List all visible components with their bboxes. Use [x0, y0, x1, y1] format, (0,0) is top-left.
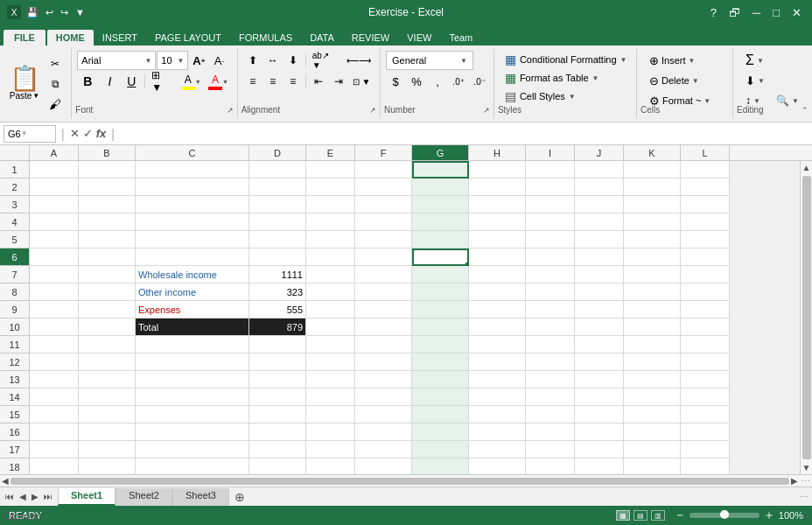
cell-d4[interactable]	[249, 214, 306, 231]
fill-color-button[interactable]: A ▼	[178, 72, 204, 91]
maximize-btn[interactable]: □	[769, 6, 783, 19]
cell-a6[interactable]	[30, 248, 79, 266]
col-header-e[interactable]: E	[306, 145, 355, 160]
format-as-table-dropdown[interactable]: ▼	[592, 74, 599, 82]
cell-c6[interactable]	[136, 248, 249, 266]
cell-c7[interactable]: Wholesale income	[136, 266, 249, 284]
cell-i8[interactable]	[526, 284, 575, 301]
cell-h9[interactable]	[469, 301, 526, 318]
cell-i7[interactable]	[526, 266, 575, 284]
next-sheet-button[interactable]: ▶	[30, 492, 40, 501]
cell-c2[interactable]	[136, 178, 249, 196]
cell-e6[interactable]	[306, 248, 355, 266]
row-header-14[interactable]: 14	[0, 388, 30, 406]
cut-button[interactable]: ✂	[46, 54, 65, 73]
cell-a8[interactable]	[30, 284, 79, 301]
cell-d8[interactable]: 323	[249, 284, 306, 301]
cell-l6[interactable]	[681, 248, 730, 266]
cell-b9[interactable]	[79, 301, 136, 318]
indent-increase-button[interactable]: ⇥	[329, 72, 348, 91]
cell-ref-dropdown[interactable]: ▼	[21, 130, 28, 137]
h-scroll-thumb[interactable]	[10, 478, 789, 485]
number-format-selector[interactable]: General ▼	[386, 51, 473, 70]
cell-f7[interactable]	[355, 266, 412, 284]
cell-d3[interactable]	[249, 196, 306, 214]
cell-e2[interactable]	[306, 178, 355, 196]
merge-center-button[interactable]: ⊡ ▼	[349, 72, 374, 91]
conditional-formatting-button[interactable]: ▦ Conditional Formatting ▼	[500, 51, 631, 68]
row-header-16[interactable]: 16	[0, 424, 30, 441]
formula-input[interactable]	[120, 128, 808, 140]
add-sheet-button[interactable]: ⊕	[229, 488, 250, 506]
col-header-l[interactable]: L	[681, 145, 730, 160]
cell-c10[interactable]: Total	[136, 318, 249, 336]
sheet-tab-sheet3[interactable]: Sheet3	[172, 488, 229, 506]
cell-l4[interactable]	[681, 214, 730, 231]
zoom-slider[interactable]	[690, 513, 760, 518]
cell-l9[interactable]	[681, 301, 730, 318]
font-name-selector[interactable]: Arial ▼	[77, 51, 156, 70]
tab-data[interactable]: DATA	[301, 30, 343, 46]
cell-c5[interactable]	[136, 231, 249, 248]
scroll-up-button[interactable]: ▲	[801, 161, 812, 174]
cell-g1[interactable]	[412, 161, 469, 178]
format-as-table-button[interactable]: ▦ Format as Table ▼	[500, 69, 631, 87]
cell-c1[interactable]	[136, 161, 249, 178]
bold-button[interactable]: B	[77, 72, 98, 91]
cell-f4[interactable]	[355, 214, 412, 231]
cell-styles-button[interactable]: ▤ Cell Styles ▼	[500, 88, 631, 105]
cell-a7[interactable]	[30, 266, 79, 284]
cell-g8[interactable]	[412, 284, 469, 301]
insert-function-button[interactable]: fx	[96, 127, 107, 140]
col-header-k[interactable]: K	[624, 145, 681, 160]
decrease-decimal-button[interactable]: .0⁻	[470, 72, 489, 91]
row-header-2[interactable]: 2	[0, 178, 30, 196]
cell-i9[interactable]	[526, 301, 575, 318]
scroll-left-button[interactable]: ◀	[2, 476, 9, 486]
cell-e5[interactable]	[306, 231, 355, 248]
cell-l5[interactable]	[681, 231, 730, 248]
cell-i5[interactable]	[526, 231, 575, 248]
cell-j5[interactable]	[575, 231, 624, 248]
cell-f6[interactable]	[355, 248, 412, 266]
cell-l8[interactable]	[681, 284, 730, 301]
increase-font-size-button[interactable]: A+	[189, 51, 208, 70]
cell-d5[interactable]	[249, 231, 306, 248]
cell-c8[interactable]: Other income	[136, 284, 249, 301]
cell-a3[interactable]	[30, 196, 79, 214]
cell-j9[interactable]	[575, 301, 624, 318]
cell-b2[interactable]	[79, 178, 136, 196]
cell-a1[interactable]	[30, 161, 79, 178]
cell-j4[interactable]	[575, 214, 624, 231]
row-header-15[interactable]: 15	[0, 406, 30, 424]
cell-c3[interactable]	[136, 196, 249, 214]
font-expand-icon[interactable]: ↗	[227, 106, 234, 115]
cell-styles-dropdown[interactable]: ▼	[569, 93, 576, 101]
cell-e1[interactable]	[306, 161, 355, 178]
borders-button[interactable]: ⊞ ▼	[148, 72, 177, 91]
cell-h2[interactable]	[469, 178, 526, 196]
cell-k6[interactable]	[624, 248, 681, 266]
col-header-j[interactable]: J	[575, 145, 624, 160]
col-header-d[interactable]: D	[249, 145, 306, 160]
cell-g4[interactable]	[412, 214, 469, 231]
font-color-button[interactable]: A ▼	[205, 72, 231, 91]
cell-h7[interactable]	[469, 266, 526, 284]
cell-d6[interactable]	[249, 248, 306, 266]
cell-d2[interactable]	[249, 178, 306, 196]
cell-h8[interactable]	[469, 284, 526, 301]
cell-c4[interactable]	[136, 214, 249, 231]
cell-c9[interactable]: Expenses	[136, 301, 249, 318]
cell-l7[interactable]	[681, 266, 730, 284]
align-bottom-button[interactable]: ⬇	[284, 51, 303, 70]
underline-button[interactable]: U	[121, 72, 142, 91]
indent-decrease-button[interactable]: ⇤	[309, 72, 328, 91]
number-expand-icon[interactable]: ↗	[483, 106, 490, 115]
cell-j3[interactable]	[575, 196, 624, 214]
conditional-formatting-dropdown[interactable]: ▼	[620, 56, 627, 64]
tab-file[interactable]: FILE	[4, 30, 46, 46]
prev-sheet-button[interactable]: ◀	[18, 492, 28, 501]
cell-k2[interactable]	[624, 178, 681, 196]
cell-reference-box[interactable]: G6 ▼	[4, 125, 56, 143]
customize-quick-btn[interactable]: ▼	[74, 7, 87, 18]
